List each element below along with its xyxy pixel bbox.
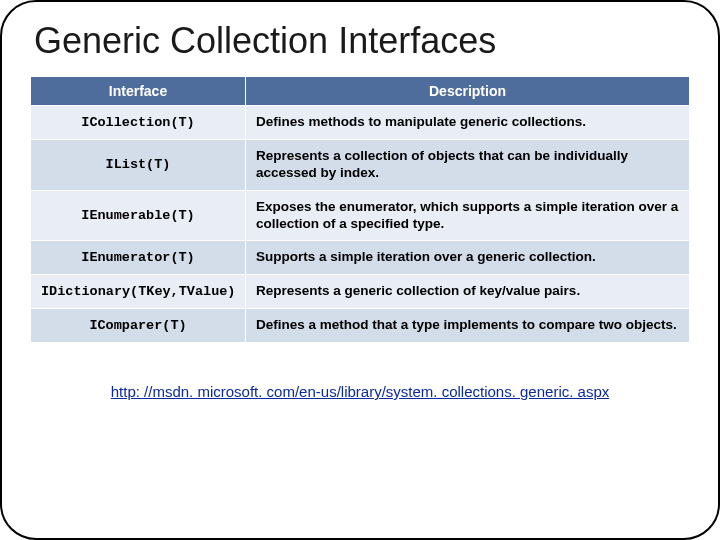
interface-desc: Defines a method that a type implements …: [246, 309, 690, 343]
table-row: IDictionary(TKey,TValue) Represents a ge…: [31, 275, 690, 309]
interface-name: IEnumerator(T): [31, 241, 246, 275]
interface-name: IDictionary(TKey,TValue): [31, 275, 246, 309]
table-row: IList(T) Represents a collection of obje…: [31, 139, 690, 190]
interface-desc: Supports a simple iteration over a gener…: [246, 241, 690, 275]
table-row: ICollection(T) Defines methods to manipu…: [31, 106, 690, 140]
interface-desc: Represents a collection of objects that …: [246, 139, 690, 190]
table-header-row: Interface Description: [31, 77, 690, 106]
interface-name: IComparer(T): [31, 309, 246, 343]
interface-name: ICollection(T): [31, 106, 246, 140]
interface-name: IEnumerable(T): [31, 190, 246, 241]
table-row: IEnumerable(T) Exposes the enumerator, w…: [31, 190, 690, 241]
interfaces-table: Interface Description ICollection(T) Def…: [30, 76, 690, 343]
interface-desc: Represents a generic collection of key/v…: [246, 275, 690, 309]
slide-frame: Generic Collection Interfaces Interface …: [0, 0, 720, 540]
header-description: Description: [246, 77, 690, 106]
interface-desc: Defines methods to manipulate generic co…: [246, 106, 690, 140]
table-row: IComparer(T) Defines a method that a typ…: [31, 309, 690, 343]
interface-name: IList(T): [31, 139, 246, 190]
msdn-link[interactable]: http: //msdn. microsoft. com/en-us/libra…: [111, 383, 610, 400]
reference-link-row: http: //msdn. microsoft. com/en-us/libra…: [30, 383, 690, 400]
table-row: IEnumerator(T) Supports a simple iterati…: [31, 241, 690, 275]
header-interface: Interface: [31, 77, 246, 106]
interface-desc: Exposes the enumerator, which supports a…: [246, 190, 690, 241]
page-title: Generic Collection Interfaces: [34, 20, 690, 62]
